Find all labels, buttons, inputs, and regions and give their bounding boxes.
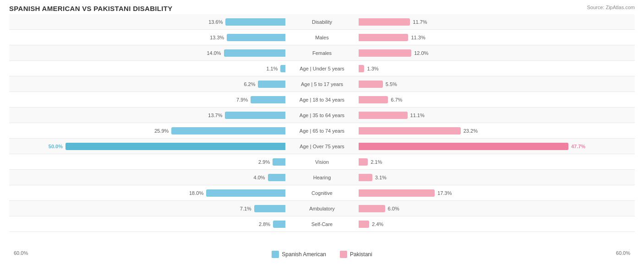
val-right: 5.5% bbox=[386, 81, 397, 87]
chart-row: Males13.3%11.3% bbox=[9, 30, 635, 45]
row-label: Self-Care bbox=[285, 221, 359, 227]
chart-row: Self-Care2.8%2.4% bbox=[9, 216, 635, 232]
bar-right bbox=[359, 205, 385, 212]
row-label: Age | 18 to 34 years bbox=[285, 97, 359, 102]
bar-right bbox=[359, 81, 383, 88]
bar-right bbox=[359, 112, 408, 119]
chart-row: Age | 5 to 17 years6.2%5.5% bbox=[9, 76, 635, 92]
val-right: 11.1% bbox=[410, 113, 425, 118]
val-left: 13.7% bbox=[208, 113, 224, 118]
axis-label-right: 60.0% bbox=[616, 250, 630, 256]
bar-left bbox=[227, 34, 285, 41]
chart-row: Age | Under 5 years1.1%1.3% bbox=[9, 61, 635, 76]
chart-area: Disability13.6%11.7%Males13.3%11.3%Femal… bbox=[9, 14, 635, 246]
chart-row: Age | 18 to 34 years7.9%6.7% bbox=[9, 92, 635, 108]
chart-row: Vision2.9%2.1% bbox=[9, 154, 635, 170]
val-right: 23.2% bbox=[464, 128, 478, 134]
val-left: 2.9% bbox=[258, 159, 272, 165]
chart-title: SPANISH AMERICAN VS PAKISTANI DISABILITY bbox=[9, 5, 635, 12]
bar-right bbox=[359, 158, 368, 166]
row-label: Age | 65 to 74 years bbox=[285, 128, 359, 134]
bar-left bbox=[251, 96, 285, 103]
chart-row: Females14.0%12.0% bbox=[9, 45, 635, 61]
legend-item: Spanish American bbox=[272, 251, 326, 258]
bar-right bbox=[359, 65, 364, 72]
val-left: 50.0% bbox=[49, 144, 65, 149]
val-right: 2.1% bbox=[371, 159, 382, 165]
val-left: 25.9% bbox=[154, 128, 170, 134]
val-right: 11.7% bbox=[413, 19, 427, 25]
bar-right bbox=[359, 18, 410, 26]
row-label: Ambulatory bbox=[285, 206, 359, 211]
chart-row: Disability13.6%11.7% bbox=[9, 14, 635, 30]
bar-right bbox=[359, 189, 435, 197]
bar-left bbox=[206, 189, 285, 197]
val-left: 1.1% bbox=[266, 66, 279, 71]
val-left: 4.0% bbox=[254, 175, 267, 180]
bar-left bbox=[258, 81, 285, 88]
val-right: 1.3% bbox=[367, 66, 378, 71]
bar-right bbox=[359, 96, 388, 103]
val-right: 6.0% bbox=[388, 206, 399, 211]
chart-container: SPANISH AMERICAN VS PAKISTANI DISABILITY… bbox=[0, 0, 644, 280]
val-right: 47.7% bbox=[571, 144, 585, 149]
chart-row: Cognitive18.0%17.3% bbox=[9, 185, 635, 201]
bar-right bbox=[359, 174, 372, 181]
bar-left bbox=[280, 65, 285, 72]
bar-right bbox=[359, 34, 408, 41]
chart-row: Age | 35 to 64 years13.7%11.1% bbox=[9, 108, 635, 123]
val-left: 7.1% bbox=[240, 206, 253, 211]
val-right: 3.1% bbox=[375, 175, 387, 180]
val-left: 13.3% bbox=[210, 35, 226, 40]
chart-row: Ambulatory7.1%6.0% bbox=[9, 201, 635, 216]
bar-left bbox=[225, 18, 285, 26]
row-label: Disability bbox=[285, 19, 359, 25]
chart-row: Age | Over 75 years50.0%47.7% bbox=[9, 139, 635, 154]
val-left: 6.2% bbox=[244, 81, 257, 87]
row-label: Age | 35 to 64 years bbox=[285, 113, 359, 118]
bar-left bbox=[268, 174, 285, 181]
row-label: Age | Over 75 years bbox=[285, 144, 359, 149]
bar-right bbox=[359, 143, 568, 150]
bar-left bbox=[225, 112, 285, 119]
chart-row: Hearing4.0%3.1% bbox=[9, 170, 635, 185]
chart-row: Age | 65 to 74 years25.9%23.2% bbox=[9, 123, 635, 139]
val-right: 11.3% bbox=[411, 35, 425, 40]
row-label: Females bbox=[285, 50, 359, 56]
val-left: 7.9% bbox=[236, 97, 250, 102]
legend-color-box bbox=[272, 251, 279, 258]
val-left: 14.0% bbox=[207, 50, 223, 56]
val-left: 18.0% bbox=[189, 190, 205, 196]
bar-left bbox=[254, 205, 285, 212]
legend-label: Spanish American bbox=[282, 251, 326, 258]
legend-item: Pakistani bbox=[340, 251, 372, 258]
source-text: Source: ZipAtlas.com bbox=[587, 5, 635, 10]
row-label: Age | 5 to 17 years bbox=[285, 81, 359, 87]
legend: Spanish AmericanPakistani bbox=[272, 251, 372, 258]
bar-left bbox=[65, 143, 285, 150]
bar-left bbox=[171, 127, 285, 135]
val-left: 13.6% bbox=[208, 19, 224, 25]
val-left: 2.8% bbox=[259, 221, 272, 227]
legend-color-box bbox=[340, 251, 347, 258]
row-label: Cognitive bbox=[285, 190, 359, 196]
row-label: Males bbox=[285, 35, 359, 40]
bar-right bbox=[359, 127, 461, 135]
row-label: Vision bbox=[285, 159, 359, 165]
bar-right bbox=[359, 221, 369, 228]
bar-right bbox=[359, 49, 411, 57]
bar-left bbox=[273, 158, 285, 166]
val-right: 6.7% bbox=[391, 97, 402, 102]
bar-left bbox=[224, 49, 285, 57]
val-right: 12.0% bbox=[414, 50, 428, 56]
legend-label: Pakistani bbox=[350, 251, 372, 258]
row-label: Hearing bbox=[285, 175, 359, 180]
row-label: Age | Under 5 years bbox=[285, 66, 359, 71]
axis-label-left: 60.0% bbox=[14, 250, 28, 256]
val-right: 17.3% bbox=[437, 190, 452, 196]
bar-left bbox=[273, 221, 285, 228]
val-right: 2.4% bbox=[372, 221, 383, 227]
